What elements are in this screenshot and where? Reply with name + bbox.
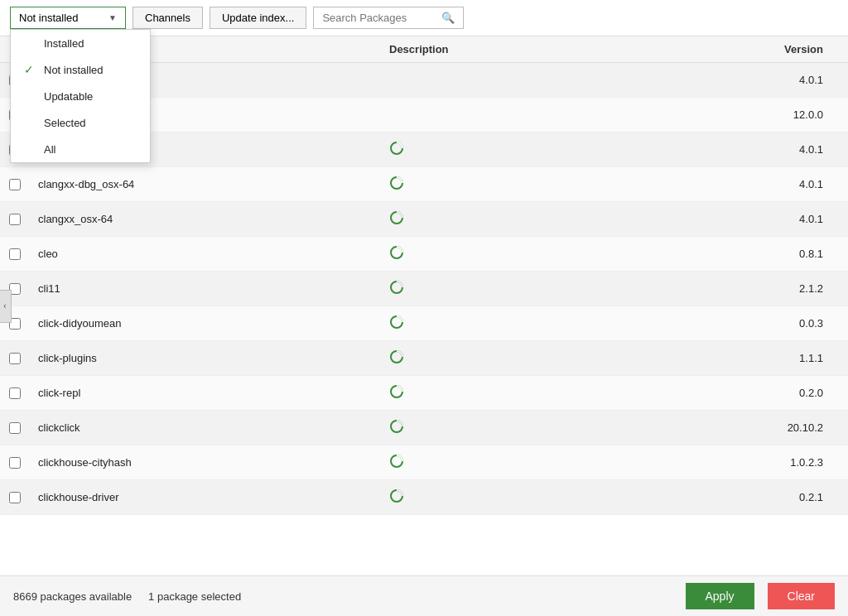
row-scrollbar-cell xyxy=(831,180,848,190)
checkmark-icon-updatable xyxy=(24,89,37,103)
dropdown-label-updatable: Updatable xyxy=(44,90,93,103)
dropdown-item-all[interactable]: All xyxy=(11,136,150,162)
filter-dropdown-button[interactable]: Not installed ▼ xyxy=(10,7,126,29)
row-version-cell: 1.1.1 xyxy=(732,347,831,369)
row-description-cell xyxy=(381,110,732,120)
row-checkbox-cell[interactable] xyxy=(0,353,30,364)
row-description-cell xyxy=(381,75,732,85)
row-name-cell: cli11 xyxy=(30,277,381,300)
status-icon xyxy=(389,176,404,190)
checkmark-icon-not-installed: ✓ xyxy=(24,63,37,76)
row-name-cell: clickhouse-cityhash xyxy=(30,451,381,474)
search-box[interactable]: 🔍 xyxy=(313,7,464,29)
checkmark-icon-installed xyxy=(24,36,37,50)
checkmark-icon-all xyxy=(24,142,37,156)
row-version-cell: 0.2.0 xyxy=(732,382,831,404)
dropdown-item-selected[interactable]: Selected xyxy=(11,109,150,136)
row-scrollbar-cell xyxy=(831,214,848,224)
row-scrollbar-cell xyxy=(831,354,848,363)
row-checkbox-cell[interactable] xyxy=(0,492,30,503)
row-checkbox-cell[interactable] xyxy=(0,179,30,190)
row-checkbox-cell[interactable] xyxy=(0,422,30,434)
row-scrollbar-cell xyxy=(831,319,848,329)
table-row: cli11 2.1.2 xyxy=(0,272,848,306)
footer-stats: 8669 packages available 1 package select… xyxy=(13,590,672,603)
table-row: clangxx_osx-64 4.0.1 xyxy=(0,202,848,237)
row-version-cell: 2.1.2 xyxy=(732,277,831,300)
update-index-button[interactable]: Update index... xyxy=(210,7,306,29)
table-row: clickclick 20.10.2 xyxy=(0,411,848,445)
row-checkbox-cell[interactable] xyxy=(0,214,30,225)
table-row: clickhouse-cityhash 1.0.2.3 xyxy=(0,445,848,480)
status-icon xyxy=(389,210,404,225)
packages-available-label: 8669 packages available xyxy=(13,590,132,603)
status-icon xyxy=(389,245,404,260)
filter-dropdown-menu: Installed ✓ Not installed Updatable Sele… xyxy=(10,29,151,163)
status-icon xyxy=(389,315,404,330)
row-name-cell: click-plugins xyxy=(30,347,381,369)
apply-button[interactable]: Apply xyxy=(686,583,754,609)
dropdown-label-selected: Selected xyxy=(44,117,86,129)
row-description-cell xyxy=(381,275,732,302)
status-icon xyxy=(389,454,404,469)
row-checkbox[interactable] xyxy=(9,248,21,260)
row-name-cell: clickhouse-driver xyxy=(30,486,381,508)
row-checkbox[interactable] xyxy=(9,492,21,503)
row-version-cell: 4.0.1 xyxy=(732,208,831,230)
row-version-cell: 20.10.2 xyxy=(732,416,831,439)
main-container: Not installed ▼ Installed ✓ Not installe… xyxy=(0,0,848,616)
row-name-cell: clangxx-dbg_osx-64 xyxy=(30,173,381,195)
row-scrollbar-cell xyxy=(831,458,848,468)
dropdown-item-installed[interactable]: Installed xyxy=(11,30,150,56)
row-scrollbar-cell xyxy=(831,388,848,398)
row-name-cell: clangxx_osx-64 xyxy=(30,208,381,230)
row-version-cell: 0.0.3 xyxy=(732,312,831,334)
table-row: click-didyoumean 0.0.3 xyxy=(0,306,848,341)
row-scrollbar-cell xyxy=(831,249,848,259)
row-version-cell: 1.0.2.3 xyxy=(732,451,831,474)
row-checkbox[interactable] xyxy=(9,457,21,469)
row-scrollbar-cell xyxy=(831,75,848,85)
row-checkbox[interactable] xyxy=(9,353,21,364)
row-description-cell xyxy=(381,449,732,476)
status-icon xyxy=(389,141,404,156)
dropdown-item-not-installed[interactable]: ✓ Not installed xyxy=(11,56,150,83)
row-checkbox-cell[interactable] xyxy=(0,248,30,260)
row-description-cell xyxy=(381,310,732,337)
dropdown-item-updatable[interactable]: Updatable xyxy=(11,83,150,109)
row-checkbox-cell[interactable] xyxy=(0,387,30,399)
row-checkbox[interactable] xyxy=(9,214,21,225)
dropdown-label-not-installed: Not installed xyxy=(44,64,104,76)
table-row: click-plugins 1.1.1 xyxy=(0,341,848,376)
checkmark-icon-selected xyxy=(24,116,37,129)
header-description-col: Description xyxy=(381,36,732,62)
table-row: clickhouse-driver 0.2.1 xyxy=(0,480,848,515)
dropdown-label-installed: Installed xyxy=(44,37,84,50)
sidebar-collapse-button[interactable]: ‹ xyxy=(0,290,12,323)
search-input[interactable] xyxy=(322,12,438,24)
row-description-cell xyxy=(381,171,732,198)
row-scrollbar-cell xyxy=(831,284,848,294)
clear-button[interactable]: Clear xyxy=(768,583,835,609)
channels-button[interactable]: Channels xyxy=(132,7,203,29)
row-checkbox[interactable] xyxy=(9,179,21,190)
dropdown-arrow-icon: ▼ xyxy=(108,13,117,22)
row-name-cell: click-repl xyxy=(30,382,381,404)
row-version-cell: 4.0.1 xyxy=(732,173,831,195)
row-version-cell: 4.0.1 xyxy=(732,69,831,91)
row-name-cell: click-didyoumean xyxy=(30,312,381,334)
row-checkbox[interactable] xyxy=(9,422,21,434)
row-version-cell: 4.0.1 xyxy=(732,138,831,161)
row-name-cell: cleo xyxy=(30,243,381,265)
row-checkbox-cell[interactable] xyxy=(0,457,30,469)
filter-selected-label: Not installed xyxy=(19,12,79,24)
row-scrollbar-cell xyxy=(831,145,848,155)
filter-dropdown[interactable]: Not installed ▼ Installed ✓ Not installe… xyxy=(10,7,126,29)
row-description-cell xyxy=(381,344,732,372)
row-checkbox[interactable] xyxy=(9,387,21,399)
row-scrollbar-cell xyxy=(831,493,848,503)
footer: 8669 packages available 1 package select… xyxy=(0,575,848,616)
packages-selected-label: 1 package selected xyxy=(148,590,241,603)
search-icon: 🔍 xyxy=(441,12,455,24)
status-icon xyxy=(389,280,404,295)
